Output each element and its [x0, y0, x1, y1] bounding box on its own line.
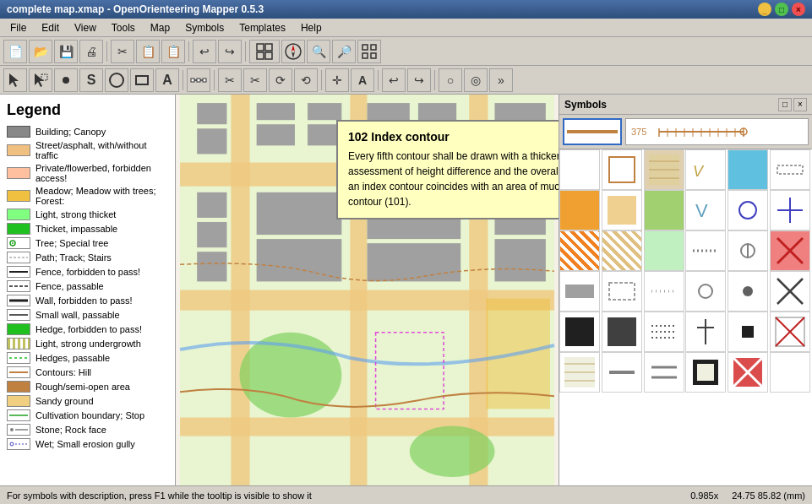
- grid-button[interactable]: [249, 40, 280, 63]
- symbol-cell[interactable]: [685, 230, 726, 271]
- symbol-cell[interactable]: [770, 230, 810, 271]
- symbol-cell[interactable]: [602, 312, 642, 352]
- symbol-cell[interactable]: [728, 230, 768, 271]
- map-canvas[interactable]: 102 Index contour Every fifth contour sh…: [176, 95, 559, 485]
- symbol-cell[interactable]: [602, 190, 642, 230]
- symbols-close-button[interactable]: ×: [793, 98, 807, 111]
- undo-button[interactable]: ↩: [193, 40, 216, 63]
- symbols-scroll-area[interactable]: V: [559, 149, 812, 485]
- copy-button[interactable]: 📋: [136, 40, 160, 63]
- cut-hole-tool[interactable]: ✂: [218, 68, 242, 92]
- symbol-cell[interactable]: [602, 230, 642, 271]
- save-button[interactable]: 💾: [54, 40, 78, 63]
- rect-tool[interactable]: [130, 68, 154, 92]
- symbol-cell[interactable]: [728, 149, 768, 190]
- legend-label: Cultivation boundary; Stop: [35, 410, 144, 420]
- symbol-cell[interactable]: [559, 271, 600, 312]
- svg-marker-5: [292, 45, 295, 51]
- legend-swatch: [7, 309, 30, 321]
- symbol-cell[interactable]: [559, 312, 600, 352]
- symbol-cell[interactable]: [644, 312, 684, 352]
- symbol-cell[interactable]: [602, 149, 642, 190]
- compass-button[interactable]: [281, 40, 305, 63]
- symbol-cell[interactable]: [644, 230, 684, 271]
- statusbar: For symbols with description, press F1 w…: [0, 485, 812, 504]
- select-box-tool[interactable]: [29, 68, 52, 92]
- symbols-undock-button[interactable]: □: [778, 98, 792, 111]
- svg-text:V: V: [695, 200, 708, 221]
- redo-button[interactable]: ↪: [218, 40, 242, 63]
- edit-nodes-tool[interactable]: [187, 68, 210, 92]
- free-text-tool[interactable]: A: [155, 68, 179, 92]
- symbol-cell[interactable]: [728, 312, 768, 352]
- print-button[interactable]: 🖨: [79, 40, 103, 63]
- rotate-tool[interactable]: ⟳: [269, 68, 292, 92]
- cut-free-tool[interactable]: ✂: [243, 68, 267, 92]
- titlebar: complete map.xmap - OpenOrienteering Map…: [0, 0, 812, 19]
- paint-fill-tool[interactable]: ↪: [407, 68, 431, 92]
- symbol-cell[interactable]: [644, 149, 684, 190]
- symbol-cell[interactable]: [559, 230, 600, 271]
- gps-tool[interactable]: ○: [439, 68, 462, 92]
- menu-tools[interactable]: Tools: [105, 20, 142, 35]
- select-tool[interactable]: [3, 68, 27, 92]
- symbol-cell[interactable]: [770, 312, 810, 352]
- digi-tool[interactable]: ◎: [464, 68, 488, 92]
- symbol-cell[interactable]: [559, 190, 600, 230]
- close-button[interactable]: ×: [792, 3, 805, 16]
- point-tool[interactable]: [54, 68, 78, 92]
- symbol-cell[interactable]: [770, 190, 810, 230]
- symbol-cell[interactable]: V: [685, 190, 726, 230]
- measure-tool[interactable]: ↩: [382, 68, 406, 92]
- maximize-button[interactable]: □: [775, 3, 788, 16]
- more-btn[interactable]: »: [489, 68, 513, 92]
- move-tool[interactable]: ✛: [325, 68, 349, 92]
- text-tool[interactable]: S: [79, 68, 103, 92]
- menu-view[interactable]: View: [68, 20, 103, 35]
- menu-file[interactable]: File: [3, 20, 33, 35]
- fit-view-button[interactable]: [357, 40, 381, 63]
- symbol-cell[interactable]: [602, 352, 642, 393]
- symbol-cell[interactable]: [685, 312, 726, 352]
- symbol-cell[interactable]: [728, 271, 768, 312]
- line-tool[interactable]: [105, 68, 128, 92]
- box-select-icon: [32, 72, 49, 89]
- symbol-cell[interactable]: [602, 271, 642, 312]
- menu-templates[interactable]: Templates: [232, 20, 292, 35]
- symbol-cell[interactable]: [770, 352, 810, 393]
- symbols-header-buttons: □ ×: [778, 98, 807, 111]
- symbol-cell[interactable]: [559, 352, 600, 393]
- list-item: Sandy ground: [7, 395, 168, 407]
- paste-button[interactable]: 📋: [161, 40, 185, 63]
- minimize-button[interactable]: _: [758, 3, 771, 16]
- legend-label: Building; Canopy: [35, 127, 106, 137]
- svg-rect-58: [257, 192, 342, 235]
- zoom-out-button[interactable]: 🔎: [332, 40, 356, 63]
- symbol-cell[interactable]: [644, 271, 684, 312]
- open-button[interactable]: 📂: [29, 40, 52, 63]
- symbol-cell[interactable]: V: [685, 149, 726, 190]
- menu-help[interactable]: Help: [294, 20, 329, 35]
- menu-map[interactable]: Map: [144, 20, 177, 35]
- cut-button[interactable]: ✂: [111, 40, 134, 63]
- symbol-cell[interactable]: [770, 271, 810, 312]
- zoom-in-button[interactable]: 🔍: [307, 40, 330, 63]
- symbol-cell[interactable]: [770, 149, 810, 190]
- list-item: Stone; Rock face: [7, 424, 168, 436]
- menu-edit[interactable]: Edit: [35, 20, 66, 35]
- symbol-cell[interactable]: [644, 352, 684, 393]
- symbol-cell[interactable]: [644, 190, 684, 230]
- symbol-cell[interactable]: [728, 352, 768, 393]
- legend-swatch: [7, 144, 30, 156]
- list-item: Tree; Special tree: [7, 237, 168, 249]
- new-button[interactable]: 📄: [3, 40, 27, 63]
- symbol-cell[interactable]: [728, 190, 768, 230]
- symbol-cell[interactable]: [685, 271, 726, 312]
- symbol-cell[interactable]: [685, 352, 726, 393]
- svg-text:V: V: [693, 163, 705, 180]
- boolean-union-tool[interactable]: A: [351, 68, 374, 92]
- menu-symbols[interactable]: Symbols: [178, 20, 231, 35]
- list-item: Cultivation boundary; Stop: [7, 409, 168, 421]
- symbol-cell[interactable]: [559, 149, 600, 190]
- scale-tool[interactable]: ⟲: [294, 68, 318, 92]
